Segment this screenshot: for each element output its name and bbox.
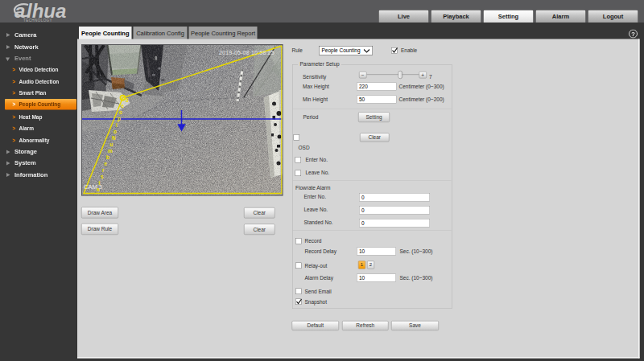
svg-text:b: b [106, 154, 109, 160]
svg-text:u: u [110, 142, 114, 147]
svg-text:m: m [108, 148, 113, 154]
svg-text:s: s [101, 174, 104, 179]
svg-text:TECHNOLOGY: TECHNOLOGY [23, 18, 52, 23]
svg-text:3: 3 [126, 97, 129, 103]
svg-text:2019-05-08 10:58:25: 2019-05-08 10:58:25 [219, 50, 275, 55]
svg-text:CAM 3: CAM 3 [84, 183, 102, 191]
svg-text:o: o [119, 109, 122, 115]
svg-text:p: p [118, 116, 121, 122]
svg-text:e: e [105, 161, 108, 166]
svg-text:l: l [116, 122, 118, 128]
svg-text:N: N [112, 135, 116, 141]
svg-text:o: o [114, 129, 117, 134]
svg-text:e: e [122, 103, 125, 109]
